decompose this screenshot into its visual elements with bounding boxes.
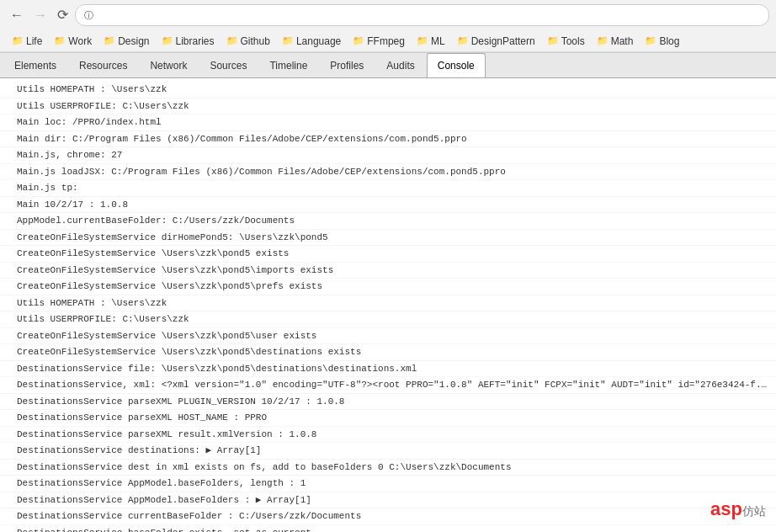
- refresh-button[interactable]: ⟳: [54, 7, 72, 24]
- console-line: Main dir: C:/Program Files (x86)/Common …: [0, 131, 776, 148]
- console-line: DestinationsService AppModel.baseFolders…: [0, 476, 776, 492]
- bookmark-label: Math: [611, 35, 634, 47]
- bookmark-label: Language: [296, 35, 341, 47]
- bookmark-item-work[interactable]: 📁Work: [49, 34, 97, 49]
- bookmarks-bar: 📁Life📁Work📁Design📁Libraries📁Github📁Langu…: [0, 30, 776, 52]
- bookmark-label: Tools: [561, 35, 585, 47]
- tab-profiles[interactable]: Profiles: [319, 53, 375, 77]
- folder-icon: 📁: [417, 35, 428, 46]
- folder-icon: 📁: [12, 35, 24, 46]
- console-line: Utils USERPROFILE: C:\Users\zzk: [0, 311, 776, 328]
- browser-chrome: ← → ⟳ ⓘ 📁Life📁Work📁Design📁Libraries📁Gith…: [0, 0, 776, 53]
- bookmark-item-ml[interactable]: 📁ML: [412, 34, 450, 49]
- folder-icon: 📁: [645, 35, 656, 46]
- console-line: DestinationsService baseFolder exists, s…: [0, 525, 776, 533]
- bookmark-item-blog[interactable]: 📁Blog: [640, 34, 684, 49]
- console-line: CreateOnFileSystemService \Users\zzk\pon…: [0, 328, 776, 345]
- console-line: DestinationsService dest in xml exists o…: [0, 460, 776, 476]
- bookmark-item-design[interactable]: 📁Design: [98, 34, 154, 49]
- console-line: DestinationsService parseXML PLUGIN_VERS…: [0, 394, 776, 411]
- tab-sources[interactable]: Sources: [199, 53, 258, 77]
- console-line: Utils HOMEPATH : \Users\zzk: [0, 295, 776, 312]
- console-line: CreateOnFileSystemService \Users\zzk\pon…: [0, 344, 776, 361]
- console-line: DestinationsService parseXML result.xmlV…: [0, 427, 776, 444]
- console-line: CreateOnFileSystemService dirHomePond5: …: [0, 230, 776, 247]
- bookmark-label: ML: [431, 35, 445, 47]
- console-line: DestinationsService file: \Users\zzk\pon…: [0, 361, 776, 378]
- console-line: Main loc: /PPRO/index.html: [0, 114, 776, 131]
- console-line: Main.js, chrome: 27: [0, 147, 776, 164]
- nav-bar: ← → ⟳ ⓘ: [0, 0, 776, 30]
- console-line: DestinationsService, xml: <?xml version=…: [0, 377, 776, 394]
- forward-button[interactable]: →: [30, 7, 50, 24]
- console-line: DestinationsService parseXML HOST_NAME :…: [0, 410, 776, 427]
- lock-icon: ⓘ: [84, 9, 93, 22]
- console-line: CreateOnFileSystemService \Users\zzk\pon…: [0, 263, 776, 279]
- bookmark-item-libraries[interactable]: 📁Libraries: [157, 34, 220, 49]
- console-line: DestinationsService currentBaseFolder : …: [0, 508, 776, 525]
- folder-icon: 📁: [547, 35, 559, 46]
- bookmark-item-tools[interactable]: 📁Tools: [542, 34, 590, 49]
- bookmark-item-language[interactable]: 📁Language: [277, 34, 346, 49]
- tab-resources[interactable]: Resources: [68, 53, 138, 77]
- folder-icon: 📁: [104, 35, 115, 46]
- console-line: AppModel.currentBaseFolder: C:/Users/zzk…: [0, 213, 776, 230]
- tab-audits[interactable]: Audits: [375, 53, 425, 77]
- console-line: CreateOnFileSystemService \Users\zzk\pon…: [0, 246, 776, 263]
- tab-elements[interactable]: Elements: [3, 53, 67, 77]
- bookmark-label: Life: [26, 35, 42, 47]
- folder-icon: 📁: [353, 35, 364, 46]
- folder-icon: 📁: [457, 35, 469, 46]
- bookmark-label: Github: [241, 35, 270, 47]
- console-line: Main.js tp:: [0, 180, 776, 197]
- bookmark-label: Design: [118, 35, 149, 47]
- folder-icon: 📁: [54, 35, 66, 46]
- back-button[interactable]: ←: [7, 7, 27, 24]
- bookmark-item-github[interactable]: 📁Github: [221, 34, 275, 49]
- bookmark-label: Libraries: [176, 35, 215, 47]
- bookmark-item-ffmpeg[interactable]: 📁FFmpeg: [348, 34, 410, 49]
- folder-icon: 📁: [282, 35, 294, 46]
- console-area[interactable]: Utils HOMEPATH : \Users\zzkUtils USERPRO…: [0, 78, 776, 532]
- folder-icon: 📁: [597, 35, 609, 46]
- console-line: Utils HOMEPATH : \Users\zzk: [0, 82, 776, 98]
- folder-icon: 📁: [162, 35, 173, 46]
- bookmark-label: Work: [68, 35, 92, 47]
- console-line: DestinationsService destinations: ▶ Arra…: [0, 443, 776, 460]
- devtools-tabs: ElementsResourcesNetworkSourcesTimelineP…: [0, 53, 776, 78]
- console-line: Utils USERPROFILE: C:\Users\zzk: [0, 98, 776, 115]
- console-line: DestinationsService AppModel.baseFolders…: [0, 492, 776, 509]
- tab-timeline[interactable]: Timeline: [258, 53, 318, 77]
- bookmark-item-math[interactable]: 📁Math: [592, 34, 639, 49]
- bookmark-item-designpattern[interactable]: 📁DesignPattern: [452, 34, 540, 49]
- folder-icon: 📁: [226, 35, 238, 46]
- bookmark-label: Blog: [659, 35, 679, 47]
- tab-console[interactable]: Console: [427, 53, 486, 77]
- bookmark-label: DesignPattern: [471, 35, 535, 47]
- tab-network[interactable]: Network: [139, 53, 198, 77]
- bookmark-item-life[interactable]: 📁Life: [7, 34, 47, 49]
- address-bar[interactable]: ⓘ: [75, 4, 769, 26]
- bookmark-label: FFmpeg: [367, 35, 405, 47]
- console-line: Main 10/2/17 : 1.0.8: [0, 197, 776, 214]
- console-line: Main.js loadJSX: C:/Program Files (x86)/…: [0, 164, 776, 181]
- console-line: CreateOnFileSystemService \Users\zzk\pon…: [0, 279, 776, 295]
